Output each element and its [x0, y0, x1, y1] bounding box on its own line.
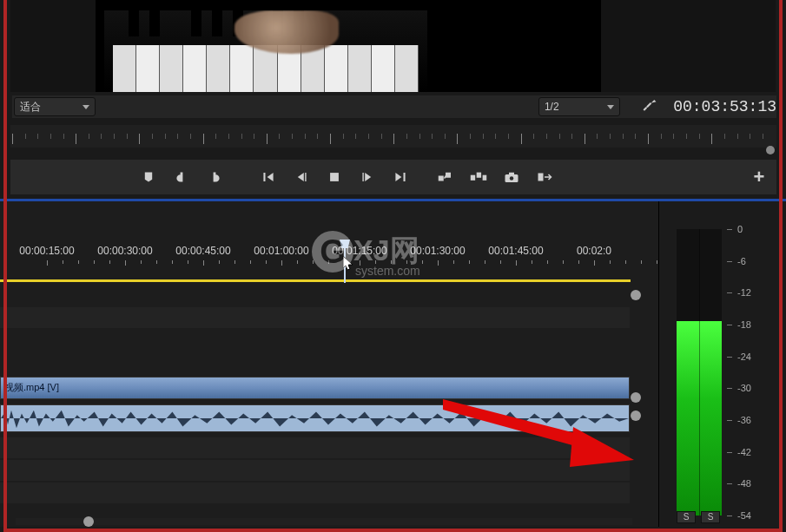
scroll-handle-icon[interactable] [631, 290, 641, 300]
quality-select-value: 1/2 [545, 101, 559, 113]
preview-ruler[interactable] [10, 125, 776, 148]
ruler-label: 00:02:0 [577, 245, 611, 257]
solo-button[interactable]: S [677, 511, 696, 523]
timecode-display: 00:03:53:13 [673, 98, 776, 115]
settings-wrench-icon[interactable] [642, 97, 657, 116]
ruler-label: 00:01:45:00 [488, 245, 543, 257]
preview-controls-row: 适合 1/2 00:03:53:13 [12, 95, 776, 118]
extract-button[interactable] [462, 163, 495, 191]
tracks-area: 视频.mp4 [V] [0, 305, 643, 531]
mark-out-button[interactable] [198, 163, 231, 191]
meter-scale-label: -6 [737, 256, 746, 266]
add-button[interactable]: + [754, 166, 765, 188]
meter-scale-label: -48 [737, 478, 751, 489]
insert-button[interactable] [528, 163, 561, 191]
svg-rect-0 [330, 173, 339, 181]
track-row[interactable] [0, 307, 630, 328]
scroll-handle-icon[interactable] [83, 516, 94, 527]
piano-graphic [104, 10, 427, 92]
audio-meter [677, 229, 722, 516]
svg-rect-5 [483, 175, 487, 181]
meter-scale-label: -30 [737, 383, 751, 393]
track-row[interactable] [0, 483, 630, 503]
step-forward-button[interactable] [351, 163, 384, 191]
mouse-cursor-icon [342, 255, 354, 271]
play-stop-button[interactable] [318, 163, 351, 191]
zoom-select-value: 适合 [20, 100, 41, 115]
ruler-label: 00:01:15:00 [332, 245, 386, 257]
work-area-bar[interactable] [0, 279, 631, 282]
lift-button[interactable] [429, 163, 462, 191]
meter-scale-label: -24 [737, 351, 751, 362]
svg-rect-3 [471, 175, 475, 181]
meter-scale-label: -36 [737, 415, 751, 425]
chevron-down-icon [607, 105, 614, 109]
track-row[interactable] [0, 437, 630, 458]
clip-label: 视频.mp4 [V] [4, 381, 59, 394]
transport-bar: + [10, 160, 776, 194]
svg-rect-7 [509, 173, 514, 175]
add-marker-button[interactable] [132, 163, 165, 191]
preview-image [96, 0, 601, 92]
video-clip[interactable]: 视频.mp4 [V] [0, 377, 630, 399]
zoom-select[interactable]: 适合 [14, 97, 96, 116]
timeline-ruler[interactable]: 00:00:15:0000:00:30:0000:00:45:0000:01:0… [12, 245, 637, 271]
preview-panel [10, 0, 776, 92]
audio-meter-panel: 0-6-12-18-24-30-36-42-48-54 S S [658, 201, 779, 527]
meter-scale-label: -42 [737, 447, 751, 457]
svg-point-8 [510, 176, 514, 181]
audio-clip[interactable] [0, 404, 630, 432]
go-to-in-button[interactable] [252, 163, 285, 191]
meter-scale-label: 0 [737, 224, 743, 234]
svg-rect-2 [446, 173, 451, 178]
scroll-handle-icon[interactable] [631, 392, 641, 403]
svg-rect-1 [439, 176, 444, 181]
ruler-label: 00:00:15:00 [19, 245, 74, 257]
waveform-icon [1, 405, 629, 431]
scroll-handle-icon[interactable] [631, 410, 641, 421]
chevron-down-icon [83, 105, 89, 109]
go-to-out-button[interactable] [384, 163, 417, 191]
export-frame-button[interactable] [495, 163, 528, 191]
quality-select[interactable]: 1/2 [538, 97, 620, 116]
svg-rect-9 [538, 174, 544, 181]
meter-scale-label: -54 [737, 510, 751, 521]
solo-button[interactable]: S [701, 511, 720, 523]
step-back-button[interactable] [285, 163, 318, 191]
ruler-handle-icon[interactable] [766, 146, 775, 154]
meter-scale-label: -12 [737, 287, 751, 298]
svg-rect-4 [477, 173, 481, 178]
ruler-label: 00:01:00:00 [254, 245, 308, 257]
track-row[interactable] [0, 460, 630, 481]
ruler-label: 00:00:45:00 [175, 245, 230, 257]
timeline-panel: 00:00:15:0000:00:30:0000:00:45:0000:01:0… [0, 201, 658, 527]
meter-scale-label: -18 [737, 319, 751, 330]
meter-scale: 0-6-12-18-24-30-36-42-48-54 [727, 229, 769, 516]
horizontal-scrollbar[interactable] [16, 518, 632, 525]
mark-in-button[interactable] [165, 163, 198, 191]
ruler-label: 00:00:30:00 [97, 245, 152, 257]
ruler-label: 00:01:30:00 [410, 245, 465, 257]
